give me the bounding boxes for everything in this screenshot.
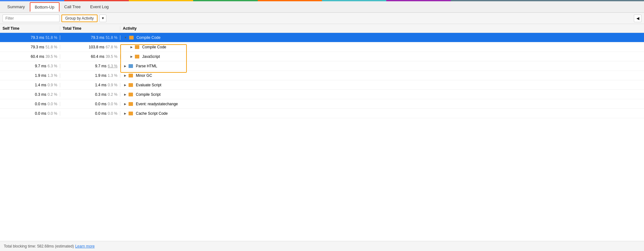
tab-summary[interactable]: Summary [3,2,30,11]
table-header: Self Time Total Time Activity [0,24,644,33]
cell-activity: ▶Compile Code [120,45,644,49]
total-time-ms: 1.9 ms [95,73,106,78]
activity-name: Minor GC [136,73,152,78]
self-time-ms: 79.3 ms [31,45,44,49]
sidebar-toggle-button[interactable]: ◀ [634,15,641,22]
self-time-ms: 1.4 ms [35,83,46,87]
folder-icon [129,102,133,106]
cell-total-time: 103.8 ms 67.8 % [60,45,120,49]
dropdown-arrow-button[interactable]: ▼ [99,15,106,22]
total-time-pct: 67.8 % [106,45,117,49]
main-content: Self Time Total Time Activity 79.3 ms 51… [0,24,644,241]
activity-name: Compile Code [136,35,161,40]
folder-icon [129,83,133,87]
expand-arrow-icon[interactable]: ▶ [124,83,126,87]
cell-activity: ▶JavaScript [120,54,644,59]
cell-self-time: 0.0 ms 0.0 % [0,102,60,106]
table-row[interactable]: 1.4 ms 0.9 %1.4 ms 0.9 %▶Evaluate Script [0,80,644,90]
cell-activity: ▶Evaluate Script [120,83,644,87]
cell-total-time: 1.9 ms 1.3 % [60,73,120,78]
self-time-ms: 9.7 ms [35,64,46,68]
activity-name: Parse HTML [136,64,157,68]
expand-arrow-icon[interactable]: ▶ [124,93,126,96]
self-time-ms: 1.9 ms [35,73,46,78]
folder-icon [129,36,134,40]
tab-bottom-up[interactable]: Bottom-Up [30,2,60,12]
activity-name: Compile Script [136,92,161,97]
self-time-ms: 0.3 ms [35,92,46,97]
tab-call-tree[interactable]: Call Tree [60,2,85,11]
expand-arrow-icon[interactable]: ▶ [124,74,126,77]
expand-arrow-icon[interactable]: ▶ [130,55,133,58]
table-row[interactable]: 79.3 ms 51.8 %79.3 ms 51.8 %▼Compile Cod… [0,33,644,42]
self-time-ms: 79.3 ms [31,35,44,40]
col-header-total-time: Total Time [60,26,120,31]
folder-icon [129,74,133,77]
total-time-pct: 39.5 % [106,54,117,59]
table-row[interactable]: 0.0 ms 0.0 %0.0 ms 0.0 %▶Cache Script Co… [0,109,644,118]
total-time-ms: 0.0 ms [95,111,106,116]
cell-self-time: 79.3 ms 51.8 % [0,35,60,40]
activity-name: Evaluate Script [136,83,161,87]
self-time-pct: 0.9 % [47,83,57,87]
self-time-pct: 1.3 % [47,73,57,78]
table-row[interactable]: 1.9 ms 1.3 %1.9 ms 1.3 %▶Minor GC [0,71,644,80]
total-time-pct: 6.3 % [108,64,117,68]
table-row[interactable]: 60.4 ms 39.5 %60.4 ms 39.5 %▶JavaScript [0,52,644,61]
activity-name: Event: readystatechange [136,102,178,106]
activity-name: Compile Code [142,45,166,49]
cell-total-time: 9.7 ms 6.3 % [60,64,120,68]
cell-activity: ▼Compile Code [120,35,644,40]
tab-bar: Summary Bottom-Up Call Tree Event Log [0,1,644,13]
self-time-ms: 60.4 ms [31,54,44,59]
self-time-ms: 0.0 ms [35,111,46,116]
self-time-pct: 51.8 % [46,45,57,49]
folder-icon [135,45,139,49]
total-time-ms: 60.4 ms [91,54,104,59]
expand-arrow-icon[interactable]: ▶ [130,46,133,49]
learn-more-link[interactable]: Learn more [75,244,94,248]
cell-self-time: 9.7 ms 6.3 % [0,64,60,68]
activity-name: Cache Script Code [136,111,168,116]
total-time-ms: 1.4 ms [95,83,106,87]
cell-self-time: 60.4 ms 39.5 % [0,54,60,59]
cell-self-time: 0.0 ms 0.0 % [0,111,60,116]
sidebar-toggle-icon: ◀ [636,16,639,21]
cell-activity: ▶Minor GC [120,73,644,78]
total-time-pct: 0.0 % [108,102,117,106]
total-time-ms: 79.3 ms [91,35,104,40]
total-time-pct: 0.2 % [108,92,117,97]
expand-arrow-icon[interactable]: ▶ [124,112,126,115]
total-time-ms: 0.0 ms [95,102,106,106]
group-by-button[interactable]: Group by Activity [61,15,98,22]
table-row[interactable]: 9.7 ms 6.3 %9.7 ms 6.3 %▶Parse HTML [0,61,644,71]
total-time-pct: 0.0 % [108,111,117,116]
self-time-pct: 0.0 % [47,102,57,106]
status-bar: Total blocking time: 582.68ms (estimated… [0,241,644,251]
col-header-self-time: Self Time [0,26,60,31]
table-row[interactable]: 0.3 ms 0.2 %0.3 ms 0.2 %▶Compile Script [0,90,644,99]
folder-icon [129,93,133,96]
cell-self-time: 1.4 ms 0.9 % [0,83,60,87]
cell-total-time: 1.4 ms 0.9 % [60,83,120,87]
cell-total-time: 60.4 ms 39.5 % [60,54,120,59]
self-time-pct: 51.8 % [46,35,57,40]
expand-arrow-icon[interactable]: ▶ [124,102,126,106]
self-time-pct: 39.5 % [46,54,57,59]
toolbar: Group by Activity ▼ ◀ [0,13,644,24]
folder-icon [129,112,133,115]
cell-total-time: 0.0 ms 0.0 % [60,102,120,106]
self-time-pct: 0.2 % [47,92,57,97]
total-time-ms: 0.3 ms [95,92,106,97]
cell-self-time: 79.3 ms 51.8 % [0,45,60,49]
expand-arrow-icon[interactable]: ▼ [124,36,127,39]
filter-input[interactable] [3,15,60,22]
tab-event-log[interactable]: Event Log [85,2,114,11]
cell-total-time: 79.3 ms 51.8 % [60,35,120,40]
expand-arrow-icon[interactable]: ▶ [124,64,126,68]
folder-icon [135,55,139,58]
total-time-pct: 51.8 % [106,35,117,40]
table-body: 79.3 ms 51.8 %79.3 ms 51.8 %▼Compile Cod… [0,33,644,241]
table-row[interactable]: 79.3 ms 51.8 %103.8 ms 67.8 %▶Compile Co… [0,42,644,52]
table-row[interactable]: 0.0 ms 0.0 %0.0 ms 0.0 %▶Event: readysta… [0,99,644,109]
